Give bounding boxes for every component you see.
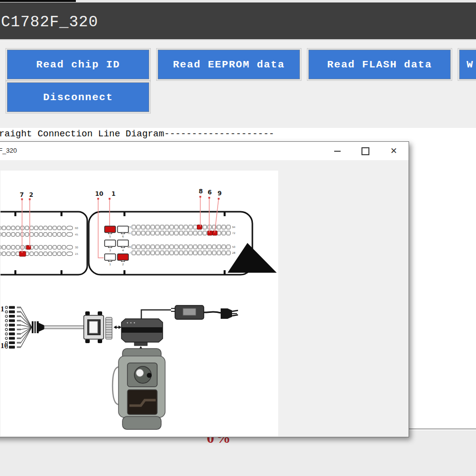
db25-connector: [84, 311, 104, 343]
left-row-label-45: 45: [75, 233, 78, 236]
diagram-popup-window: F_320 ✕: [0, 141, 409, 437]
left-row-label-30: 30: [75, 246, 78, 249]
disconnect-button[interactable]: Disconnect: [7, 82, 149, 112]
right-row-end-28: 28: [232, 251, 236, 254]
minimize-button[interactable]: [326, 142, 348, 160]
wiring-diagram: 60 45 30 15 73 51 29 7 94 72 50 28: [0, 171, 278, 436]
socket-label-6: 6: [122, 235, 124, 238]
write-data-button-clipped[interactable]: W: [459, 50, 476, 79]
socket-label-3: 3: [109, 249, 111, 252]
left-row-label-15: 15: [75, 252, 78, 255]
right-row-start-7: 7: [129, 251, 131, 254]
socket-pin-4: [118, 240, 128, 246]
socket-pin-5-red: [105, 226, 116, 233]
left-connector-outline: [0, 212, 87, 275]
ribbed-adapter: [106, 317, 112, 339]
callout-label-9: 9: [218, 190, 222, 197]
callout-dots: [21, 196, 220, 200]
callout-label-10: 10: [95, 190, 104, 197]
socket-label-2: 2: [122, 263, 124, 266]
maximize-button[interactable]: [355, 142, 376, 160]
left-row-label-60: 60: [75, 227, 78, 230]
main-titlebar: C1782F_320: [0, 2, 476, 40]
right-row-end-72: 72: [232, 232, 236, 235]
popup-title: F_320: [0, 147, 17, 154]
harness-label-top: 1: [0, 305, 4, 313]
power-plug: [221, 308, 238, 319]
socket-label-1: 1: [109, 263, 111, 266]
right-row-end-94: 94: [232, 226, 236, 229]
obd-adapter-box: [121, 319, 163, 346]
harness-boot: [32, 321, 39, 333]
screen-top-dark-edge: [0, 0, 76, 2]
cable: [44, 326, 84, 329]
right-row-end-50: 50: [232, 245, 236, 248]
callout-label-8: 8: [199, 188, 203, 195]
callout-label-2: 2: [29, 191, 33, 198]
close-icon: ✕: [390, 147, 397, 155]
socket-pin-6: [118, 226, 128, 233]
close-button[interactable]: ✕: [383, 142, 405, 160]
socket-pin-2-red: [118, 254, 128, 260]
programmer-device: [113, 349, 165, 429]
socket-pin-1: [105, 254, 116, 260]
socket-pin-3: [105, 240, 116, 246]
connection-diagram-heading: raight Connection Line Diagram----------…: [0, 129, 274, 139]
minimize-icon: [334, 151, 341, 152]
popup-titlebar[interactable]: F_320 ✕: [0, 142, 409, 160]
read-eeprom-data-button[interactable]: Read EEPROM data: [158, 50, 300, 79]
socket-label-5: 5: [109, 235, 111, 238]
callout-label-6: 6: [208, 189, 212, 196]
read-chip-id-button[interactable]: Read chip ID: [7, 50, 149, 79]
callout-label-1: 1: [112, 190, 116, 197]
read-flash-data-button[interactable]: Read FLASH data: [308, 50, 451, 79]
maximize-icon: [361, 147, 369, 155]
horizontal-arrow-icon: [114, 326, 121, 329]
power-adapter: [141, 305, 221, 319]
callout-label-7: 7: [20, 191, 24, 198]
wiring-diagram-panel: 60 45 30 15 73 51 29 7 94 72 50 28: [0, 171, 278, 436]
socket-label-4: 4: [122, 249, 124, 252]
main-window-title: C1782F_320: [1, 13, 98, 31]
